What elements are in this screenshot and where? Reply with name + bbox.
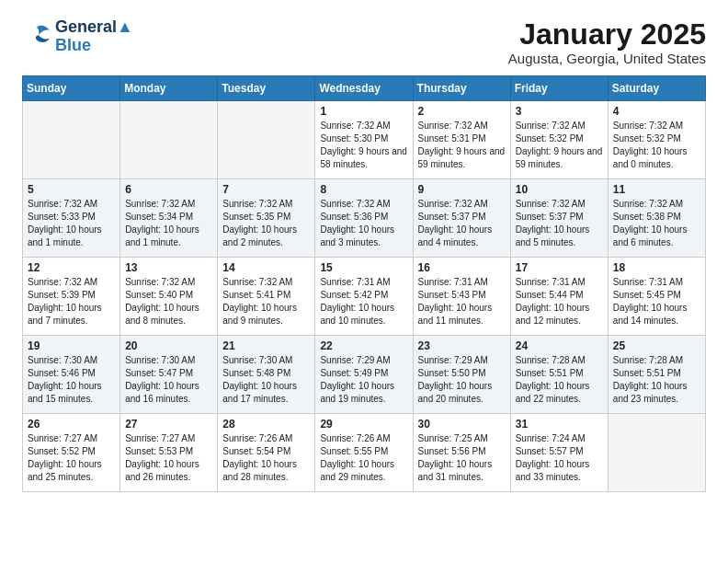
- day-number: 14: [222, 261, 310, 274]
- day-number: 1: [320, 105, 407, 118]
- day-info: Sunrise: 7:32 AMSunset: 5:31 PMDaylight:…: [418, 120, 506, 171]
- day-info: Sunrise: 7:27 AMSunset: 5:53 PMDaylight:…: [125, 432, 212, 484]
- calendar-day-26: 26Sunrise: 7:27 AMSunset: 5:52 PMDayligh…: [23, 414, 120, 492]
- day-number: 25: [613, 339, 700, 352]
- calendar-day-13: 13Sunrise: 7:32 AMSunset: 5:40 PMDayligh…: [120, 258, 218, 336]
- day-info: Sunrise: 7:32 AMSunset: 5:37 PMDaylight:…: [516, 198, 603, 249]
- day-number: 7: [222, 183, 310, 196]
- day-info: Sunrise: 7:30 AMSunset: 5:48 PMDaylight:…: [222, 354, 310, 406]
- calendar-table: SundayMondayTuesdayWednesdayThursdayFrid…: [22, 75, 706, 492]
- day-info: Sunrise: 7:27 AMSunset: 5:52 PMDaylight:…: [28, 432, 115, 484]
- day-number: 17: [516, 261, 603, 274]
- calendar-week-row: 19Sunrise: 7:30 AMSunset: 5:46 PMDayligh…: [23, 336, 706, 414]
- day-info: Sunrise: 7:31 AMSunset: 5:43 PMDaylight:…: [418, 276, 506, 327]
- calendar-day-30: 30Sunrise: 7:25 AMSunset: 5:56 PMDayligh…: [413, 414, 510, 492]
- weekday-header-row: SundayMondayTuesdayWednesdayThursdayFrid…: [23, 76, 706, 101]
- weekday-header-sunday: Sunday: [23, 76, 120, 101]
- day-info: Sunrise: 7:25 AMSunset: 5:56 PMDaylight:…: [418, 432, 506, 484]
- calendar-week-row: 5Sunrise: 7:32 AMSunset: 5:33 PMDaylight…: [23, 179, 706, 258]
- weekday-header-friday: Friday: [510, 76, 608, 101]
- calendar-day-7: 7Sunrise: 7:32 AMSunset: 5:35 PMDaylight…: [218, 179, 315, 258]
- calendar-day-5: 5Sunrise: 7:32 AMSunset: 5:33 PMDaylight…: [23, 179, 120, 258]
- day-info: Sunrise: 7:28 AMSunset: 5:51 PMDaylight:…: [516, 354, 603, 406]
- day-number: 18: [613, 261, 700, 274]
- day-number: 29: [320, 418, 407, 431]
- day-number: 23: [418, 339, 506, 352]
- calendar-day-empty: [608, 414, 705, 492]
- day-info: Sunrise: 7:31 AMSunset: 5:42 PMDaylight:…: [320, 276, 407, 327]
- calendar-day-10: 10Sunrise: 7:32 AMSunset: 5:37 PMDayligh…: [510, 179, 608, 258]
- day-number: 10: [516, 183, 603, 196]
- day-info: Sunrise: 7:32 AMSunset: 5:32 PMDaylight:…: [613, 120, 700, 171]
- calendar-day-14: 14Sunrise: 7:32 AMSunset: 5:41 PMDayligh…: [218, 258, 315, 336]
- day-number: 4: [613, 105, 700, 118]
- day-info: Sunrise: 7:32 AMSunset: 5:32 PMDaylight:…: [516, 120, 603, 171]
- calendar-day-2: 2Sunrise: 7:32 AMSunset: 5:31 PMDaylight…: [413, 101, 510, 179]
- day-info: Sunrise: 7:32 AMSunset: 5:35 PMDaylight:…: [222, 198, 310, 249]
- day-number: 6: [125, 183, 212, 196]
- calendar-day-9: 9Sunrise: 7:32 AMSunset: 5:37 PMDaylight…: [413, 179, 510, 258]
- weekday-header-tuesday: Tuesday: [218, 76, 315, 101]
- day-info: Sunrise: 7:24 AMSunset: 5:57 PMDaylight:…: [516, 432, 603, 484]
- day-info: Sunrise: 7:32 AMSunset: 5:36 PMDaylight:…: [320, 198, 407, 249]
- calendar-day-8: 8Sunrise: 7:32 AMSunset: 5:36 PMDaylight…: [315, 179, 413, 258]
- day-number: 31: [516, 418, 603, 431]
- calendar-day-12: 12Sunrise: 7:32 AMSunset: 5:39 PMDayligh…: [23, 258, 120, 336]
- day-info: Sunrise: 7:28 AMSunset: 5:51 PMDaylight:…: [613, 354, 700, 406]
- day-number: 12: [28, 261, 115, 274]
- day-number: 8: [320, 183, 407, 196]
- calendar-day-19: 19Sunrise: 7:30 AMSunset: 5:46 PMDayligh…: [23, 336, 120, 414]
- calendar-day-24: 24Sunrise: 7:28 AMSunset: 5:51 PMDayligh…: [510, 336, 608, 414]
- day-info: Sunrise: 7:32 AMSunset: 5:40 PMDaylight:…: [125, 276, 212, 327]
- location: Augusta, Georgia, United States: [508, 51, 706, 66]
- calendar-week-row: 26Sunrise: 7:27 AMSunset: 5:52 PMDayligh…: [23, 414, 706, 492]
- calendar-day-empty: [218, 101, 315, 179]
- day-number: 16: [418, 261, 506, 274]
- day-info: Sunrise: 7:31 AMSunset: 5:44 PMDaylight:…: [516, 276, 603, 327]
- weekday-header-monday: Monday: [120, 76, 218, 101]
- calendar-day-17: 17Sunrise: 7:31 AMSunset: 5:44 PMDayligh…: [510, 258, 608, 336]
- calendar-day-4: 4Sunrise: 7:32 AMSunset: 5:32 PMDaylight…: [608, 101, 705, 179]
- logo-text: General▲ Blue: [55, 18, 133, 55]
- calendar-day-empty: [120, 101, 218, 179]
- day-info: Sunrise: 7:30 AMSunset: 5:47 PMDaylight:…: [125, 354, 212, 406]
- month-title: January 2025: [508, 18, 706, 51]
- day-info: Sunrise: 7:32 AMSunset: 5:39 PMDaylight:…: [28, 276, 115, 327]
- day-info: Sunrise: 7:32 AMSunset: 5:38 PMDaylight:…: [613, 198, 700, 249]
- calendar-day-6: 6Sunrise: 7:32 AMSunset: 5:34 PMDaylight…: [120, 179, 218, 258]
- day-number: 26: [28, 418, 115, 431]
- day-number: 28: [222, 418, 310, 431]
- calendar-day-25: 25Sunrise: 7:28 AMSunset: 5:51 PMDayligh…: [608, 336, 705, 414]
- day-info: Sunrise: 7:32 AMSunset: 5:33 PMDaylight:…: [28, 198, 115, 249]
- day-number: 19: [28, 339, 115, 352]
- day-info: Sunrise: 7:32 AMSunset: 5:41 PMDaylight:…: [222, 276, 310, 327]
- calendar-day-20: 20Sunrise: 7:30 AMSunset: 5:47 PMDayligh…: [120, 336, 218, 414]
- day-number: 20: [125, 339, 212, 352]
- day-number: 22: [320, 339, 407, 352]
- day-info: Sunrise: 7:32 AMSunset: 5:30 PMDaylight:…: [320, 120, 407, 171]
- day-number: 2: [418, 105, 506, 118]
- logo: General▲ Blue: [22, 18, 133, 55]
- calendar-day-23: 23Sunrise: 7:29 AMSunset: 5:50 PMDayligh…: [413, 336, 510, 414]
- calendar-day-31: 31Sunrise: 7:24 AMSunset: 5:57 PMDayligh…: [510, 414, 608, 492]
- title-area: January 2025 Augusta, Georgia, United St…: [508, 18, 706, 66]
- day-info: Sunrise: 7:32 AMSunset: 5:34 PMDaylight:…: [125, 198, 212, 249]
- weekday-header-thursday: Thursday: [413, 76, 510, 101]
- day-info: Sunrise: 7:31 AMSunset: 5:45 PMDaylight:…: [613, 276, 700, 327]
- calendar-day-18: 18Sunrise: 7:31 AMSunset: 5:45 PMDayligh…: [608, 258, 705, 336]
- day-number: 24: [516, 339, 603, 352]
- calendar-day-3: 3Sunrise: 7:32 AMSunset: 5:32 PMDaylight…: [510, 101, 608, 179]
- day-number: 15: [320, 261, 407, 274]
- calendar-day-11: 11Sunrise: 7:32 AMSunset: 5:38 PMDayligh…: [608, 179, 705, 258]
- calendar-day-1: 1Sunrise: 7:32 AMSunset: 5:30 PMDaylight…: [315, 101, 413, 179]
- calendar-day-empty: [23, 101, 120, 179]
- calendar-week-row: 12Sunrise: 7:32 AMSunset: 5:39 PMDayligh…: [23, 258, 706, 336]
- calendar-day-15: 15Sunrise: 7:31 AMSunset: 5:42 PMDayligh…: [315, 258, 413, 336]
- day-number: 3: [516, 105, 603, 118]
- day-info: Sunrise: 7:32 AMSunset: 5:37 PMDaylight:…: [418, 198, 506, 249]
- day-info: Sunrise: 7:29 AMSunset: 5:50 PMDaylight:…: [418, 354, 506, 406]
- calendar-day-27: 27Sunrise: 7:27 AMSunset: 5:53 PMDayligh…: [120, 414, 218, 492]
- weekday-header-saturday: Saturday: [608, 76, 705, 101]
- calendar-day-28: 28Sunrise: 7:26 AMSunset: 5:54 PMDayligh…: [218, 414, 315, 492]
- day-info: Sunrise: 7:26 AMSunset: 5:54 PMDaylight:…: [222, 432, 310, 484]
